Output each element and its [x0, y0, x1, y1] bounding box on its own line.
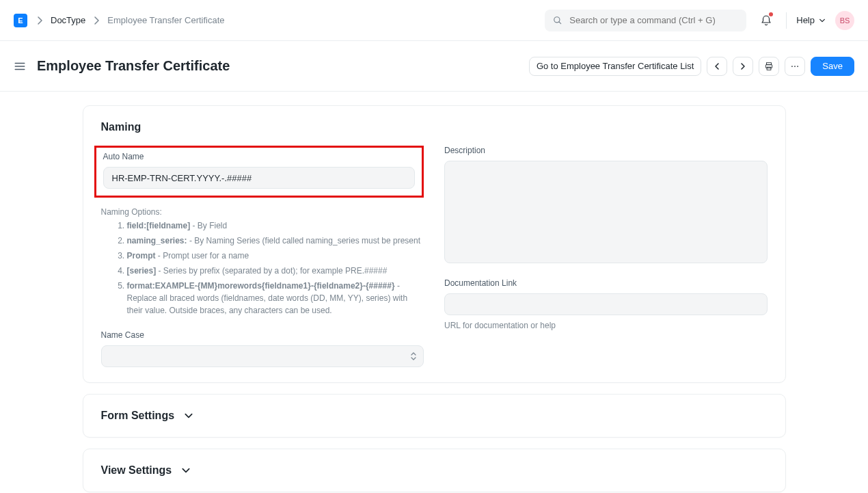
- naming-option-2: naming_series: - By Naming Series (field…: [127, 235, 424, 247]
- notification-dot: [769, 12, 773, 16]
- auto-name-label: Auto Name: [103, 152, 416, 161]
- naming-option-5: format:EXAMPLE-{MM}morewords{fieldname1}…: [127, 280, 424, 317]
- doc-link-input[interactable]: [444, 293, 768, 315]
- app-logo[interactable]: E: [14, 14, 27, 27]
- go-to-list-button[interactable]: Go to Employee Transfer Certificate List: [529, 57, 701, 76]
- naming-section: Naming Auto Name Naming Options: field:[…: [83, 105, 786, 383]
- next-button[interactable]: [733, 57, 753, 76]
- content: Naming Auto Name Naming Options: field:[…: [0, 92, 868, 493]
- name-case-select[interactable]: [101, 345, 424, 367]
- breadcrumb-current: Employee Transfer Certificate: [107, 15, 224, 25]
- view-settings-toggle[interactable]: View Settings: [101, 464, 768, 477]
- form-settings-title: Form Settings: [101, 410, 175, 422]
- page-title: Employee Transfer Certificate: [37, 58, 230, 74]
- breadcrumb-sep: [94, 16, 99, 25]
- prev-button[interactable]: [707, 57, 727, 76]
- naming-option-4: [series] - Series by prefix (separated b…: [127, 265, 424, 277]
- svg-point-4: [791, 66, 793, 67]
- chevron-right-icon: [739, 62, 747, 70]
- dots-horizontal-icon: [790, 62, 800, 71]
- menu-toggle-button[interactable]: [14, 60, 26, 72]
- chevron-down-icon: [181, 466, 191, 475]
- chevron-left-icon: [713, 62, 721, 70]
- auto-name-highlight: Auto Name: [94, 146, 424, 198]
- breadcrumb-sep: [37, 16, 42, 25]
- naming-right-column: Description Documentation Link URL for d…: [444, 146, 768, 367]
- more-menu-button[interactable]: [785, 57, 805, 76]
- description-label: Description: [444, 146, 768, 155]
- svg-rect-1: [767, 62, 772, 64]
- naming-option-1: field:[fieldname] - By Field: [127, 219, 424, 232]
- breadcrumb: DocType Employee Transfer Certificate: [37, 15, 225, 25]
- view-settings-section: View Settings: [83, 449, 786, 492]
- help-button[interactable]: Help: [796, 15, 826, 25]
- avatar[interactable]: BS: [835, 11, 854, 30]
- search-icon: [553, 16, 562, 25]
- naming-option-3: Prompt - Prompt user for a name: [127, 250, 424, 262]
- help-label: Help: [796, 15, 815, 25]
- svg-rect-3: [767, 67, 771, 70]
- navbar: E DocType Employee Transfer Certificate …: [0, 0, 868, 41]
- naming-options-header: Naming Options:: [101, 207, 162, 217]
- chevron-down-icon: [819, 17, 826, 24]
- description-input[interactable]: [444, 161, 768, 263]
- search-input-wrap[interactable]: [545, 10, 746, 31]
- doc-link-label: Documentation Link: [444, 278, 768, 288]
- chevron-down-icon: [184, 411, 193, 421]
- view-settings-title: View Settings: [101, 464, 172, 477]
- header-actions: Go to Employee Transfer Certificate List…: [529, 57, 854, 76]
- print-button[interactable]: [759, 57, 779, 76]
- notifications-button[interactable]: [756, 10, 776, 31]
- breadcrumb-doctype[interactable]: DocType: [51, 15, 85, 25]
- naming-left-column: Auto Name Naming Options: field:[fieldna…: [101, 146, 424, 367]
- save-button[interactable]: Save: [811, 57, 854, 76]
- auto-name-input[interactable]: [103, 167, 416, 189]
- form-settings-toggle[interactable]: Form Settings: [101, 410, 768, 422]
- naming-options-help: Naming Options: field:[fieldname] - By F…: [101, 207, 424, 319]
- search-input[interactable]: [569, 15, 738, 25]
- form-settings-section: Form Settings: [83, 394, 786, 438]
- printer-icon: [764, 62, 774, 71]
- name-case-label: Name Case: [101, 330, 424, 340]
- doc-link-helper: URL for documentation or help: [444, 321, 768, 330]
- section-title-naming: Naming: [101, 121, 768, 133]
- page-header: Employee Transfer Certificate Go to Empl…: [0, 41, 868, 92]
- svg-point-6: [798, 66, 799, 67]
- nav-separator: [786, 12, 787, 29]
- svg-point-5: [794, 66, 796, 67]
